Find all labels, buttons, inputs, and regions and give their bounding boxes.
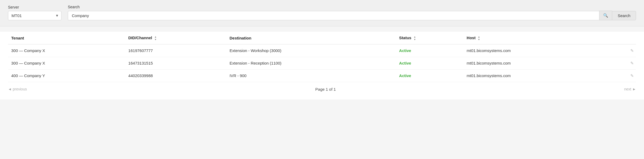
cell-host: mt01.bicomsystems.com — [464, 57, 610, 69]
edit-icon[interactable]: ✎ — [630, 61, 634, 65]
col-status-label: Status — [399, 35, 411, 40]
sort-down-icon: ▼ — [478, 38, 480, 41]
cell-status: Active — [396, 44, 464, 57]
col-status[interactable]: Status ▲ ▼ — [396, 32, 464, 44]
cell-did-channel: 44020339988 — [125, 69, 226, 82]
cell-edit[interactable]: ✎ — [610, 44, 636, 57]
sort-icons-host: ▲ ▼ — [478, 36, 480, 41]
edit-icon[interactable]: ✎ — [630, 48, 634, 53]
col-destination: Destination — [226, 32, 396, 44]
col-did-channel[interactable]: DID/Channel ▲ ▼ — [125, 32, 226, 44]
table-header: Tenant DID/Channel ▲ ▼ Destination Statu… — [8, 32, 636, 44]
col-actions — [610, 32, 636, 44]
cell-host: mt01.bicomsystems.com — [464, 44, 610, 57]
col-did-channel-label: DID/Channel — [128, 35, 152, 40]
cell-destination: IVR - 900 — [226, 69, 396, 82]
sort-icons-did: ▲ ▼ — [154, 36, 157, 41]
search-icon: 🔍 — [603, 13, 608, 18]
table-row: 300 — Company X16197607777Extension - Wo… — [8, 44, 636, 57]
col-host[interactable]: Host ▲ ▼ — [464, 32, 610, 44]
sort-icons-status: ▲ ▼ — [414, 36, 416, 41]
cell-destination: Extension - Reception (1100) — [226, 57, 396, 69]
col-destination-label: Destination — [230, 36, 252, 40]
search-button[interactable]: Search — [612, 11, 636, 20]
search-label: Search — [68, 5, 636, 9]
edit-icon[interactable]: ✎ — [630, 73, 634, 78]
cell-edit[interactable]: ✎ — [610, 57, 636, 69]
sort-up-icon: ▲ — [478, 36, 480, 38]
col-tenant-label: Tenant — [11, 36, 24, 40]
server-select[interactable]: MT01 — [8, 11, 61, 20]
search-row: 🔍 Search — [68, 11, 636, 20]
cell-did-channel: 16473131515 — [125, 57, 226, 69]
cell-did-channel: 16197607777 — [125, 44, 226, 57]
search-field-group: Search 🔍 Search — [68, 5, 636, 20]
col-tenant: Tenant — [8, 32, 125, 44]
search-input-wrapper — [68, 11, 599, 20]
server-label: Server — [8, 5, 61, 9]
sort-down-icon: ▼ — [154, 38, 157, 41]
table-row: 300 — Company X16473131515Extension - Re… — [8, 57, 636, 69]
sort-up-icon: ▲ — [154, 36, 157, 38]
data-table: Tenant DID/Channel ▲ ▼ Destination Statu… — [8, 32, 636, 82]
pagination-next[interactable]: next ► — [624, 87, 636, 91]
pagination-page: Page 1 of 1 — [27, 87, 624, 92]
cell-status: Active — [396, 57, 464, 69]
sort-up-icon: ▲ — [414, 36, 416, 38]
top-bar: Server MT01 ▼ Search 🔍 Search — [0, 0, 644, 26]
cell-tenant: 400 — Company Y — [8, 69, 125, 82]
search-input[interactable] — [68, 11, 599, 20]
content-area: Tenant DID/Channel ▲ ▼ Destination Statu… — [0, 32, 644, 100]
cell-host: mt01.bicomsystems.com — [464, 69, 610, 82]
cell-status: Active — [396, 69, 464, 82]
server-field-group: Server MT01 ▼ — [8, 5, 61, 20]
pagination: ◄ previous Page 1 of 1 next ► — [8, 82, 636, 92]
pagination-prev[interactable]: ◄ previous — [8, 87, 27, 91]
cell-edit[interactable]: ✎ — [610, 69, 636, 82]
cell-tenant: 300 — Company X — [8, 44, 125, 57]
cell-destination: Extension - Workshop (3000) — [226, 44, 396, 57]
sort-down-icon: ▼ — [414, 38, 416, 41]
cell-tenant: 300 — Company X — [8, 57, 125, 69]
col-host-label: Host — [467, 35, 476, 40]
server-select-wrapper: MT01 ▼ — [8, 11, 61, 20]
table-row: 400 — Company Y44020339988IVR - 900Activ… — [8, 69, 636, 82]
table-body: 300 — Company X16197607777Extension - Wo… — [8, 44, 636, 82]
search-icon-button[interactable]: 🔍 — [599, 11, 612, 20]
